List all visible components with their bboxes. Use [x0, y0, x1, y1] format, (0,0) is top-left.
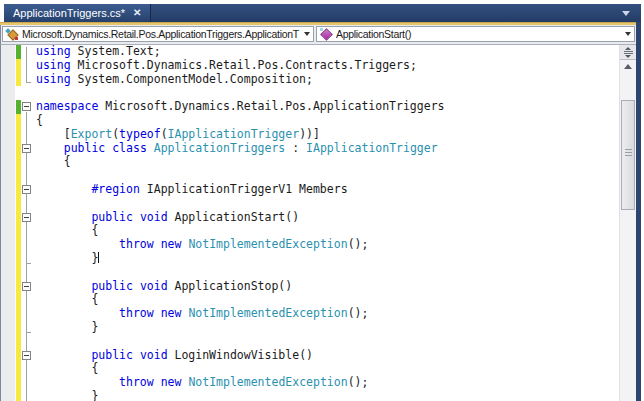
code-line[interactable]: namespace Microsoft.Dynamics.Retail.Pos.…	[36, 100, 619, 114]
code-line[interactable]: }	[36, 321, 619, 335]
code-line[interactable]	[36, 86, 619, 100]
code-line[interactable]: throw new NotImplementedException();	[36, 307, 619, 321]
vertical-scrollbar[interactable]	[619, 45, 636, 401]
code-line[interactable]: {	[36, 293, 619, 307]
tab-bar: ApplicationTriggers.cs* ✕	[4, 4, 641, 22]
code-line[interactable]	[36, 169, 619, 183]
scrollbar-thumb[interactable]	[621, 100, 635, 210]
code-line[interactable]: #region IApplicationTriggerV1 Members	[36, 183, 619, 197]
close-icon[interactable]: ✕	[133, 8, 141, 18]
class-icon	[6, 28, 18, 40]
code-line[interactable]: }	[36, 252, 619, 266]
code-line[interactable]: public void ApplicationStop()	[36, 280, 619, 294]
editor-window: ApplicationTriggers.cs* ✕ Microsoft.Dyna…	[0, 0, 644, 401]
code-line[interactable]: public void ApplicationStart()	[36, 211, 619, 225]
code-area[interactable]: using System.Text;using Microsoft.Dynami…	[1, 45, 619, 401]
code-line[interactable]	[36, 266, 619, 280]
text-caret	[98, 252, 99, 263]
code-editor[interactable]: using System.Text;using Microsoft.Dynami…	[0, 45, 636, 401]
code-line[interactable]: public class ApplicationTriggers : IAppl…	[36, 142, 619, 156]
tab-applicationtriggers[interactable]: ApplicationTriggers.cs* ✕	[4, 4, 151, 22]
member-dropdown-value: ApplicationStart()	[336, 28, 621, 40]
chevron-down-icon[interactable]	[621, 32, 634, 36]
scroll-up-button[interactable]	[620, 60, 636, 73]
scrollbar-grip-icon	[625, 149, 632, 156]
tab-title: ApplicationTriggers.cs*	[13, 7, 125, 19]
code-line[interactable]: using System.Text;	[36, 45, 619, 59]
method-icon	[320, 28, 332, 40]
window-list-chevron-down-icon[interactable]	[622, 11, 630, 16]
code-line[interactable]	[36, 335, 619, 349]
code-line[interactable]	[36, 197, 619, 211]
code-line[interactable]: [Export(typeof(IApplicationTrigger))]	[36, 128, 619, 142]
code-line[interactable]: public void LoginWindowVisible()	[36, 349, 619, 363]
splitter-handle[interactable]	[620, 45, 636, 60]
type-dropdown-value: Microsoft.Dynamics.Retail.Pos.Applicatio…	[22, 28, 300, 40]
type-dropdown[interactable]: Microsoft.Dynamics.Retail.Pos.Applicatio…	[2, 26, 314, 42]
member-dropdown[interactable]: ApplicationStart()	[316, 26, 635, 42]
code-line[interactable]: {	[36, 114, 619, 128]
code-line[interactable]: }	[36, 390, 619, 401]
chevron-down-icon[interactable]	[300, 32, 313, 36]
window-right-border	[636, 22, 641, 401]
code-line[interactable]: using Microsoft.Dynamics.Retail.Pos.Cont…	[36, 59, 619, 73]
code-line[interactable]: {	[36, 155, 619, 169]
code-line[interactable]: throw new NotImplementedException();	[36, 376, 619, 390]
code-line[interactable]: {	[36, 224, 619, 238]
code-line[interactable]: using System.ComponentModel.Composition;	[36, 73, 619, 87]
navigation-bar: Microsoft.Dynamics.Retail.Pos.Applicatio…	[0, 25, 636, 45]
code-line[interactable]: throw new NotImplementedException();	[36, 238, 619, 252]
code-line[interactable]: {	[36, 362, 619, 376]
